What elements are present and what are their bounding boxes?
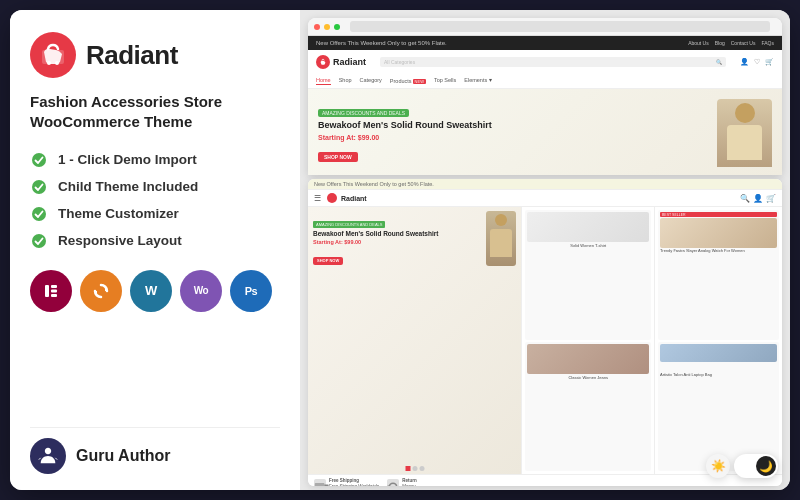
- features-list: 1 - Click Demo Import Child Theme Includ…: [30, 151, 280, 250]
- check-icon: [30, 232, 48, 250]
- right-panel: New Offers This Weekend Only to get 50% …: [300, 10, 790, 490]
- mini-logo: Radiant: [327, 193, 367, 203]
- woocommerce-badge: Wo: [180, 270, 222, 312]
- theme-toggle[interactable]: ☀️ 🌙: [706, 454, 778, 478]
- hero-person-image: [717, 99, 772, 167]
- check-icon: [30, 151, 48, 169]
- svg-point-3: [32, 153, 46, 167]
- brand-logo-icon: [30, 32, 76, 78]
- nav-top-sells: Top Sells: [434, 77, 456, 85]
- svg-rect-8: [51, 285, 57, 288]
- feature-label: 1 - Click Demo Import: [58, 152, 197, 167]
- check-icon: [30, 178, 48, 196]
- mini-hero-section: AMAZING DISCOUNTS AND DEALS Bewakoof Men…: [308, 207, 521, 474]
- svg-point-1: [47, 61, 51, 65]
- bottom-browser-mockup: New Offers This Weekend Only to get 50% …: [308, 179, 782, 486]
- browser-url-bar[interactable]: [350, 21, 770, 32]
- brand-name: Radiant: [86, 40, 178, 71]
- svg-point-5: [32, 207, 46, 221]
- mini-content-area: AMAZING DISCOUNTS AND DEALS Bewakoof Men…: [308, 207, 782, 474]
- feature-responsive: Responsive Layout: [30, 232, 280, 250]
- mini-header-icons: 🔍 👤 🛒: [740, 194, 776, 203]
- return-icon: [387, 479, 399, 486]
- refresh-badge: [80, 270, 122, 312]
- svg-point-2: [55, 61, 59, 65]
- faq-link: FAQs: [761, 40, 774, 46]
- mini-offer-bar: New Offers This Weekend Only to get 50% …: [308, 179, 782, 190]
- feature-label: Theme Customizer: [58, 206, 179, 221]
- mini-hero-badge: AMAZING DISCOUNTS AND DEALS: [313, 221, 385, 228]
- svg-rect-9: [51, 289, 57, 292]
- svg-rect-7: [45, 285, 49, 297]
- feature-label: Child Theme Included: [58, 179, 198, 194]
- watch-card: BEST SELLER Trendy Fastra Slayer Analog …: [658, 210, 779, 340]
- bag-title: Artistix Talon Anti Laptop Bag: [660, 372, 712, 377]
- mini-shop-btn[interactable]: SHOP NOW: [313, 257, 343, 265]
- store-main-nav: Home Shop Category Products NEW Top Sell…: [308, 74, 782, 89]
- cart-icon: 🛒: [765, 58, 774, 66]
- store-logo-small: Radiant: [316, 55, 366, 69]
- feature-customizer: Theme Customizer: [30, 205, 280, 223]
- mini-header: ☰ Radiant 🔍 👤 🛒: [308, 190, 782, 207]
- top-browser-mockup: New Offers This Weekend Only to get 50% …: [308, 18, 782, 175]
- light-mode-btn[interactable]: ☀️: [706, 454, 730, 478]
- elementor-badge: [30, 270, 72, 312]
- hero-badge: AMAZING DISCOUNTS AND DEALS: [318, 109, 409, 117]
- hero-text: AMAZING DISCOUNTS AND DEALS Bewakoof Men…: [318, 101, 682, 163]
- feature-child-theme: Child Theme Included: [30, 178, 280, 196]
- mini-menu-icon: ☰: [314, 194, 321, 203]
- author-icon: [30, 438, 66, 474]
- photoshop-badge: Ps: [230, 270, 272, 312]
- mini-hero-person: [486, 211, 516, 266]
- mini-user-icon: 👤: [753, 194, 763, 203]
- tech-icons-row: W Wo Ps: [30, 270, 280, 312]
- bag-card: Artistix Talon Anti Laptop Bag: [658, 342, 779, 472]
- wishlist-icon: ♡: [754, 58, 760, 66]
- mini-products-column: Solid Women T-shirt Classic Women Jeans: [521, 207, 654, 474]
- product-shirt-image: [527, 212, 649, 242]
- toggle-thumb: 🌙: [756, 456, 776, 476]
- hero-image-area: [682, 97, 772, 167]
- store-top-nav: New Offers This Weekend Only to get 50% …: [308, 36, 782, 50]
- browser-dot-green: [334, 24, 340, 30]
- wordpress-badge: W: [130, 270, 172, 312]
- search-placeholder: All Categories: [384, 59, 415, 65]
- blog-link: Blog: [715, 40, 725, 46]
- store-name-small: Radiant: [333, 57, 366, 67]
- svg-rect-10: [51, 294, 57, 297]
- truck-icon: [314, 479, 326, 486]
- logo-row: Radiant: [30, 32, 280, 78]
- dot-inactive: [412, 466, 417, 471]
- moon-icon: 🌙: [759, 460, 773, 473]
- left-panel: Radiant Fashion Accessories StoreWooComm…: [10, 10, 300, 490]
- shipping-free: Free Shipping Free Shipping Worldwide: [314, 478, 379, 486]
- bag-image: [660, 344, 777, 362]
- dot-inactive: [419, 466, 424, 471]
- watch-badge: BEST SELLER: [660, 212, 777, 217]
- product-jeans-image: [527, 344, 649, 374]
- svg-point-6: [32, 234, 46, 248]
- svg-point-4: [32, 180, 46, 194]
- product-jeans-title: Classic Women Jeans: [568, 375, 608, 380]
- hero-shop-btn[interactable]: SHOP NOW: [318, 152, 358, 162]
- svg-rect-13: [315, 483, 325, 486]
- mini-logo-icon: [327, 193, 337, 203]
- author-row: Guru Author: [30, 427, 280, 474]
- nav-home: Home: [316, 77, 331, 85]
- return-text: Return Money...: [402, 478, 419, 486]
- shipping-free-text: Free Shipping Free Shipping Worldwide: [329, 478, 379, 486]
- author-label: Guru Author: [76, 447, 171, 465]
- mini-store-name: Radiant: [341, 195, 367, 202]
- dot-active: [405, 466, 410, 471]
- toggle-track[interactable]: 🌙: [734, 454, 778, 478]
- product-card-shirt: Solid Women T-shirt: [525, 210, 651, 340]
- nav-category: Category: [360, 77, 382, 85]
- return-subtitle: Money...: [402, 484, 419, 486]
- feature-label: Responsive Layout: [58, 233, 182, 248]
- about-link: About Us: [688, 40, 709, 46]
- product-card-jeans: Classic Women Jeans: [525, 342, 651, 472]
- tagline: Fashion Accessories StoreWooCommerce The…: [30, 92, 280, 133]
- search-icon: 🔍: [716, 59, 722, 65]
- sun-icon: ☀️: [711, 459, 726, 473]
- store-logo-bar: Radiant All Categories 🔍 👤 ♡ 🛒: [308, 50, 782, 74]
